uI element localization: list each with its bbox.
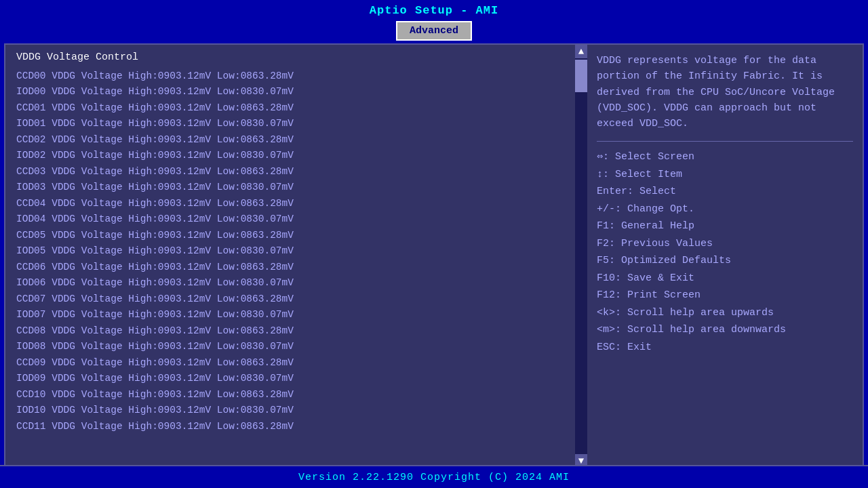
table-row[interactable]: CCD04 VDDG Voltage High:0903.12mV Low:08… — [16, 196, 568, 211]
list-item: F2: Previous Values — [597, 235, 853, 253]
table-row[interactable]: CCD11 VDDG Voltage High:0903.12mV Low:08… — [16, 419, 568, 434]
table-row[interactable]: CCD00 VDDG Voltage High:0903.12mV Low:08… — [16, 68, 568, 84]
description-text: VDDG represents voltage for the data por… — [597, 53, 853, 131]
list-item: F10: Save & Exit — [597, 270, 853, 287]
table-row[interactable]: IOD03 VDDG Voltage High:0903.12mV Low:08… — [16, 180, 568, 195]
table-row[interactable]: IOD09 VDDG Voltage High:0903.12mV Low:08… — [16, 371, 568, 386]
table-row[interactable]: CCD06 VDDG Voltage High:0903.12mV Low:08… — [16, 260, 568, 275]
table-row[interactable]: CCD10 VDDG Voltage High:0903.12mV Low:08… — [16, 387, 568, 403]
table-row[interactable]: IOD08 VDDG Voltage High:0903.12mV Low:08… — [16, 339, 568, 354]
table-row[interactable]: CCD01 VDDG Voltage High:0903.12mV Low:08… — [16, 100, 568, 116]
table-row[interactable]: IOD07 VDDG Voltage High:0903.12mV Low:08… — [16, 307, 568, 323]
table-row[interactable]: CCD07 VDDG Voltage High:0903.12mV Low:08… — [16, 291, 568, 307]
table-row[interactable]: IOD01 VDDG Voltage High:0903.12mV Low:08… — [16, 116, 568, 131]
tab-advanced[interactable]: Advanced — [396, 21, 472, 41]
list-item: F12: Print Screen — [597, 287, 853, 304]
table-row[interactable]: CCD09 VDDG Voltage High:0903.12mV Low:08… — [16, 355, 568, 371]
table-row[interactable]: CCD05 VDDG Voltage High:0903.12mV Low:08… — [16, 228, 568, 243]
table-row[interactable]: IOD10 VDDG Voltage High:0903.12mV Low:08… — [16, 403, 568, 418]
table-row[interactable]: CCD08 VDDG Voltage High:0903.12mV Low:08… — [16, 323, 568, 339]
divider — [597, 141, 853, 142]
list-item: <m>: Scroll help area downwards — [597, 321, 853, 339]
table-row[interactable]: IOD06 VDDG Voltage High:0903.12mV Low:08… — [16, 275, 568, 291]
voltage-rows-container: CCD00 VDDG Voltage High:0903.12mV Low:08… — [16, 68, 568, 434]
scroll-thumb — [575, 60, 587, 92]
list-item: F1: General Help — [597, 218, 853, 235]
list-item: ⇔: Select Screen — [597, 148, 853, 166]
table-row[interactable]: IOD05 VDDG Voltage High:0903.12mV Low:08… — [16, 243, 568, 259]
table-row[interactable]: CCD02 VDDG Voltage High:0903.12mV Low:08… — [16, 132, 568, 148]
section-title: VDDG Voltage Control — [16, 52, 568, 63]
footer: Version 2.22.1290 Copyright (C) 2024 AMI — [0, 465, 868, 488]
scroll-up-arrow[interactable]: ▲ — [575, 45, 587, 58]
title-bar: Aptio Setup - AMI — [0, 0, 868, 20]
list-item: ↕: Select Item — [597, 166, 853, 184]
scrollbar[interactable]: ▲ ▼ — [575, 45, 587, 468]
list-item: <k>: Scroll help area upwards — [597, 304, 853, 322]
menu-bar: Advanced — [0, 20, 868, 41]
footer-text: Version 2.22.1290 Copyright (C) 2024 AMI — [298, 472, 570, 483]
main-layout: VDDG Voltage Control CCD00 VDDG Voltage … — [4, 43, 864, 469]
keybind-list: ⇔: Select Screen↕: Select ItemEnter: Sel… — [597, 148, 853, 356]
table-row[interactable]: IOD00 VDDG Voltage High:0903.12mV Low:08… — [16, 84, 568, 100]
app-title: Aptio Setup - AMI — [370, 4, 498, 17]
table-row[interactable]: IOD02 VDDG Voltage High:0903.12mV Low:08… — [16, 148, 568, 163]
table-row[interactable]: IOD04 VDDG Voltage High:0903.12mV Low:08… — [16, 211, 568, 227]
scroll-track — [575, 58, 587, 454]
list-item: +/-: Change Opt. — [597, 201, 853, 218]
table-row[interactable]: CCD03 VDDG Voltage High:0903.12mV Low:08… — [16, 164, 568, 180]
list-item: Enter: Select — [597, 183, 853, 201]
list-item: ESC: Exit — [597, 339, 853, 357]
left-panel: VDDG Voltage Control CCD00 VDDG Voltage … — [5, 45, 575, 468]
right-panel: VDDG represents voltage for the data por… — [587, 45, 863, 468]
list-item: F5: Optimized Defaults — [597, 252, 853, 270]
